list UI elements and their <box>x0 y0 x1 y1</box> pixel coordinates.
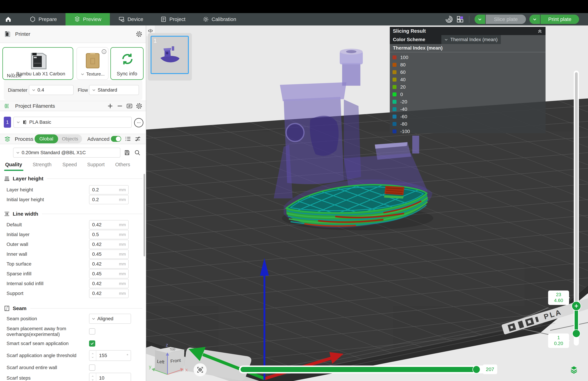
filament-select[interactable]: PLA Basic <box>13 117 132 128</box>
search-icon[interactable] <box>134 149 141 156</box>
filament-more-button[interactable] <box>134 118 143 127</box>
plate-layout-icon[interactable] <box>456 16 464 23</box>
layer-slider-top-handle[interactable] <box>571 301 581 311</box>
tab-project[interactable]: Project <box>152 13 194 25</box>
input-unit: mm <box>119 187 128 192</box>
fit-view-button[interactable] <box>194 363 207 376</box>
legend-title: Thermal Index (mean) <box>390 44 546 52</box>
checkbox[interactable] <box>89 364 95 371</box>
value-input[interactable]: 0.45mm <box>89 269 129 278</box>
chimney <box>342 63 360 86</box>
color-scheme-row: Color Scheme Thermal Index (mean) <box>390 35 546 44</box>
scope-objects[interactable]: Objects <box>58 136 82 142</box>
value-select[interactable]: Aligned <box>89 314 131 324</box>
slicing-result-title: Slicing Result <box>393 28 426 34</box>
tab-preview[interactable]: Preview <box>65 13 110 25</box>
value-input[interactable]: 0.42mm <box>89 259 129 269</box>
color-scheme-label: Color Scheme <box>390 35 441 44</box>
color-scheme-select[interactable]: Thermal Index (mean) <box>441 35 501 44</box>
value-stepper[interactable]: 10 <box>89 373 131 381</box>
list-view-icon[interactable] <box>125 135 131 142</box>
value-input[interactable]: 0.5mm <box>89 230 129 239</box>
advanced-toggle[interactable] <box>111 136 121 142</box>
flow-select[interactable]: Standard <box>89 85 139 95</box>
calibration-target-icon[interactable] <box>445 16 453 23</box>
print-plate-button[interactable]: Print plate <box>541 15 579 24</box>
legend-value: -40 <box>400 107 407 112</box>
cube-y-label: y <box>149 364 151 369</box>
move-slider[interactable] <box>239 365 497 373</box>
tab-calibration[interactable]: Calibration <box>194 13 245 25</box>
process-section-title: Process <box>15 136 33 142</box>
value-input[interactable]: 0.45mm <box>89 249 129 259</box>
print-options-chevron[interactable] <box>529 15 540 24</box>
group-title: Seam <box>13 305 26 311</box>
info-icon[interactable] <box>101 49 107 54</box>
process-tab-quality[interactable]: Quality <box>5 162 22 167</box>
remove-filament-icon[interactable] <box>117 103 123 109</box>
plate-image <box>83 51 102 71</box>
input-unit: mm <box>119 291 128 296</box>
legend-swatch <box>393 107 397 111</box>
i-layerh <box>4 176 10 182</box>
navigation-cube[interactable]: Top Left Front y x z <box>148 342 197 381</box>
viewport-3d[interactable]: PLA <box>146 25 588 381</box>
legend-item-60: -60 <box>390 113 546 120</box>
save-preset-icon[interactable] <box>124 149 130 156</box>
sync-info-card[interactable]: Sync info <box>110 47 144 80</box>
setting-control: 0.42mm <box>89 279 129 288</box>
legend-value: -80 <box>400 121 407 127</box>
setting-label: Scarf around entire wall <box>6 365 83 370</box>
input-value: 0.2 <box>89 197 99 202</box>
add-filament-icon[interactable] <box>107 103 113 109</box>
legend-item-0: 0 <box>390 91 546 98</box>
collapse-panel-icon[interactable] <box>537 28 543 34</box>
setting-row-initial-layer-height: Initial layer height0.2mm <box>0 195 146 204</box>
value-input[interactable]: 0.2mm <box>89 195 129 204</box>
plate-type-card[interactable]: Texture... <box>77 47 108 80</box>
home-button[interactable] <box>0 13 17 25</box>
sidebar-scrollbar[interactable] <box>144 174 145 256</box>
checkbox[interactable] <box>89 328 95 335</box>
layer-slider-bottom-handle[interactable] <box>572 329 580 338</box>
move-slider-handle[interactable] <box>472 365 480 373</box>
checkbox[interactable] <box>89 340 95 347</box>
legend-value: -60 <box>400 114 407 119</box>
scope-global[interactable]: Global <box>35 134 58 143</box>
value-input[interactable]: 0.2mm <box>89 185 129 195</box>
compare-tune-icon[interactable] <box>134 135 141 142</box>
tab-device[interactable]: Device <box>110 13 152 25</box>
setting-row-default: Default0.42mm <box>0 220 146 229</box>
group-rule <box>30 308 142 309</box>
cube-front-label: Front <box>170 358 181 364</box>
printer-settings-gear-icon[interactable] <box>136 31 142 37</box>
process-tab-strength[interactable]: Strength <box>33 162 52 167</box>
legend-item-100: 100 <box>390 54 546 61</box>
filament-settings-gear-icon[interactable] <box>136 103 142 109</box>
value-input[interactable]: 0.42mm <box>89 279 129 288</box>
filament-slot-badge[interactable]: 1 <box>4 117 11 128</box>
plate-number: 1 <box>153 37 157 44</box>
value-input[interactable]: 0.42mm <box>89 289 129 298</box>
value-input[interactable]: 0.42mm <box>89 220 129 229</box>
slice-options-chevron[interactable] <box>475 15 485 24</box>
stepper-arrows[interactable] <box>89 351 96 360</box>
input-value: 0.42 <box>89 281 102 286</box>
value-input[interactable]: 0.42mm <box>89 240 129 249</box>
process-preset-select[interactable]: 0.20mm Standard @BBL X1C <box>13 148 120 158</box>
process-tab-others[interactable]: Others <box>115 162 130 167</box>
diameter-select[interactable]: 0.4 <box>29 85 74 95</box>
legend-item-80: -80 <box>390 120 546 128</box>
value-stepper[interactable]: 155° <box>89 350 131 361</box>
slice-plate-button[interactable]: Slice plate <box>486 15 526 24</box>
settings-group-seam: Seam <box>0 304 146 313</box>
setting-control <box>89 340 95 347</box>
process-tab-speed[interactable]: Speed <box>63 162 77 167</box>
slicing-result-panel: Slicing Result Color Scheme Thermal Inde… <box>390 27 546 133</box>
tab-prepare[interactable]: Prepare <box>21 13 65 25</box>
stepper-arrows[interactable] <box>89 373 96 381</box>
ams-sync-icon[interactable] <box>126 103 133 109</box>
process-tab-support[interactable]: Support <box>87 162 105 167</box>
plate-thumbnail[interactable]: 1 <box>151 36 189 74</box>
layers-view-icon[interactable] <box>569 365 578 374</box>
